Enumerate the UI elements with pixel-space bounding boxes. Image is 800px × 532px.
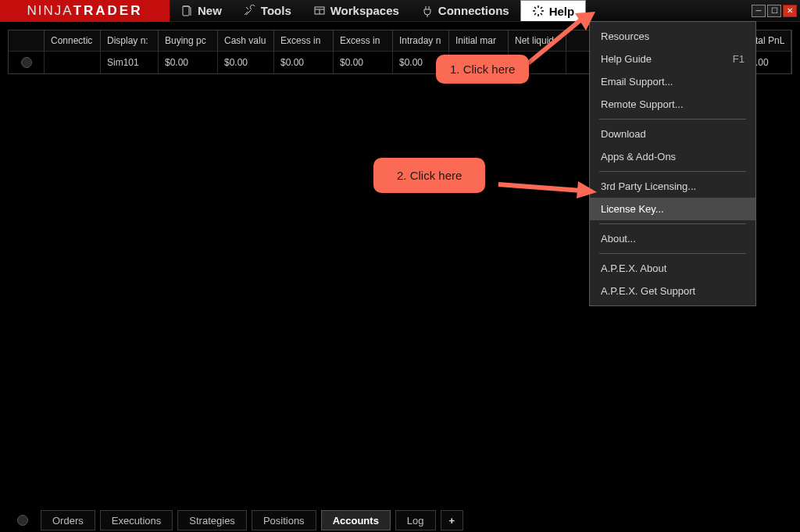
workspaces-icon	[313, 5, 326, 17]
menu-separator-3	[599, 223, 746, 224]
help-item-apex-support[interactable]: A.P.E.X. Get Support	[590, 280, 755, 302]
menu-new-label: New	[198, 4, 222, 17]
row-excess-2: $0.00	[334, 52, 393, 73]
menu-workspaces[interactable]: Workspaces	[302, 0, 410, 21]
window-controls: ─ ☐ ✕	[752, 0, 800, 21]
status-dot-icon	[17, 515, 28, 526]
close-button[interactable]: ✕	[783, 5, 797, 17]
col-initial-margin[interactable]: Initial mar	[449, 30, 509, 51]
tab-positions[interactable]: Positions	[252, 510, 316, 530]
help-item-remote-support[interactable]: Remote Support...	[590, 93, 755, 116]
row-cash-value: $0.00	[218, 52, 274, 73]
menu-separator-1	[599, 119, 746, 120]
help-item-about[interactable]: About...	[590, 227, 755, 250]
row-excess-1: $0.00	[274, 52, 334, 73]
help-item-license-key[interactable]: License Key...	[590, 198, 755, 220]
menu-workspaces-label: Workspaces	[330, 4, 399, 17]
svg-line-11	[498, 184, 581, 191]
tab-strategies[interactable]: Strategies	[177, 510, 247, 530]
plug-icon	[421, 5, 434, 17]
help-dropdown: Resources Help Guide F1 Email Support...…	[589, 21, 756, 306]
logo: NINJATRADER	[0, 0, 170, 22]
maximize-button[interactable]: ☐	[767, 5, 781, 17]
tab-accounts[interactable]: Accounts	[321, 510, 391, 530]
tab-log[interactable]: Log	[395, 510, 436, 530]
tab-orders[interactable]: Orders	[41, 510, 95, 530]
col-connection[interactable]: Connectic	[45, 30, 101, 51]
col-display-name[interactable]: Display n:	[101, 30, 159, 51]
menu-items: New Tools Workspaces Connections Help	[170, 0, 586, 21]
row-status-dot-cell	[9, 52, 45, 73]
annotation-callout-1: 1. Click here	[436, 55, 529, 84]
menu-connections[interactable]: Connections	[410, 0, 520, 21]
col-excess-2[interactable]: Excess in	[334, 30, 393, 51]
col-buying-power[interactable]: Buying pc	[159, 30, 218, 51]
help-item-3rd-party-licensing[interactable]: 3rd Party Licensing...	[590, 175, 755, 198]
col-cash-value[interactable]: Cash valu	[218, 30, 274, 51]
bottom-tab-strip: Orders Executions Strategies Positions A…	[9, 510, 791, 530]
help-item-apps-addons[interactable]: Apps & Add-Ons	[590, 145, 755, 168]
annotation-arrow-2	[497, 173, 598, 199]
tab-executions[interactable]: Executions	[100, 510, 173, 530]
help-item-download[interactable]: Download	[590, 123, 755, 145]
annotation-arrow-1	[527, 12, 597, 69]
menu-tools[interactable]: Tools	[233, 0, 302, 21]
logo-right: TRADER	[73, 3, 143, 19]
tab-add[interactable]: +	[441, 510, 464, 530]
menu-connections-label: Connections	[438, 4, 509, 17]
menu-tools-label: Tools	[261, 4, 291, 17]
minimize-button[interactable]: ─	[752, 5, 766, 17]
svg-marker-12	[577, 181, 597, 198]
tabstrip-status-dot	[9, 510, 36, 530]
svg-line-6	[534, 7, 536, 9]
help-item-help-guide[interactable]: Help Guide F1	[590, 48, 755, 70]
row-display-name: Sim101	[101, 52, 159, 73]
new-file-icon	[180, 5, 193, 17]
help-item-resources[interactable]: Resources	[590, 25, 755, 48]
tools-icon	[244, 5, 256, 17]
help-item-email-support[interactable]: Email Support...	[590, 70, 755, 93]
help-item-apex-about[interactable]: A.P.E.X. About	[590, 257, 755, 280]
help-guide-shortcut: F1	[733, 53, 745, 65]
col-excess-1[interactable]: Excess in	[274, 30, 334, 51]
annotation-callout-2: 2. Click here	[373, 158, 485, 193]
status-dot-icon	[21, 57, 32, 68]
col-status[interactable]	[9, 30, 45, 51]
menu-bar: NINJATRADER New Tools Workspaces Connect…	[0, 0, 800, 22]
menu-separator-2	[599, 171, 746, 172]
menu-separator-4	[599, 253, 746, 254]
help-guide-label: Help Guide	[601, 53, 652, 65]
svg-rect-0	[183, 6, 189, 16]
row-buying-power: $0.00	[159, 52, 218, 73]
logo-left: NINJA	[27, 3, 73, 19]
row-connection	[45, 52, 101, 73]
menu-new[interactable]: New	[170, 0, 233, 21]
col-intraday[interactable]: Intraday n	[393, 30, 449, 51]
svg-line-9	[541, 7, 542, 9]
